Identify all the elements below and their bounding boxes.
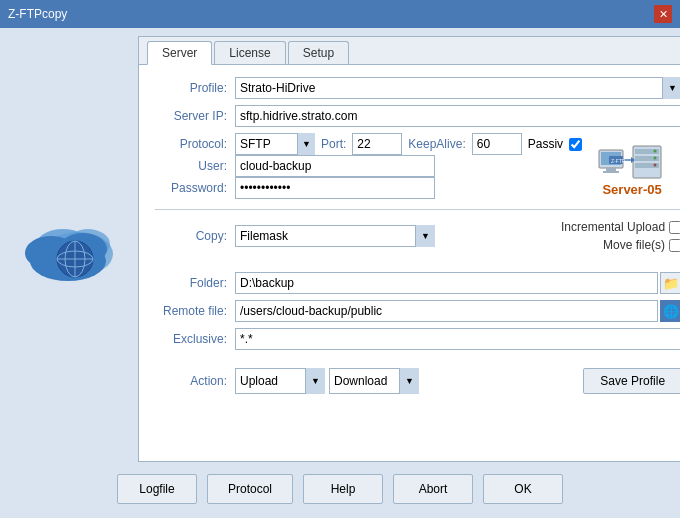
copy-label: Copy: xyxy=(155,229,235,243)
server-icon-area: Z-FTP Server-05 xyxy=(582,133,680,199)
user-row: User: xyxy=(155,155,582,177)
profile-row: Profile: Strato-HiDrive ▼ xyxy=(155,77,680,99)
copy-select[interactable]: Filemask All files xyxy=(235,225,435,247)
folder-row: Folder: 📁 xyxy=(155,272,680,294)
ok-button[interactable]: OK xyxy=(483,474,563,504)
upload-select[interactable]: Upload Download xyxy=(235,368,325,394)
protocol-row: Protocol: SFTP FTP FTPS ▼ xyxy=(155,133,582,155)
protocol-select[interactable]: SFTP FTP FTPS xyxy=(235,133,315,155)
right-options: Incremental Upload Move file(s) xyxy=(561,220,680,252)
exclusive-input[interactable] xyxy=(235,328,680,350)
protocol-button[interactable]: Protocol xyxy=(207,474,293,504)
cloud-icon xyxy=(23,209,123,289)
remote-file-label: Remote file: xyxy=(155,304,235,318)
logfile-button[interactable]: Logfile xyxy=(117,474,197,504)
server-computers-icon: Z-FTP xyxy=(597,142,667,182)
remote-file-row: Remote file: 🌐 xyxy=(155,300,680,322)
tab-license[interactable]: License xyxy=(214,41,285,64)
remote-file-input[interactable] xyxy=(235,300,658,322)
action-controls: Upload Download ▼ Download Upload ▼ xyxy=(235,368,680,394)
password-input[interactable] xyxy=(235,177,435,199)
exclusive-row: Exclusive: xyxy=(155,328,680,350)
protocol-server-row: Protocol: SFTP FTP FTPS ▼ xyxy=(155,133,680,199)
incremental-upload-label: Incremental Upload xyxy=(561,220,665,234)
action-label: Action: xyxy=(155,374,235,388)
port-label: Port: xyxy=(321,137,346,151)
profile-select-wrapper: Strato-HiDrive ▼ xyxy=(235,77,680,99)
server-ip-label: Server IP: xyxy=(155,109,235,123)
password-row: Password: xyxy=(155,177,582,199)
move-files-row: Move file(s) xyxy=(561,238,680,252)
passiv-checkbox[interactable] xyxy=(569,138,582,151)
abort-button[interactable]: Abort xyxy=(393,474,473,504)
tab-server[interactable]: Server xyxy=(147,41,212,65)
folder-browse-button[interactable]: 📁 xyxy=(660,272,680,294)
incremental-upload-checkbox[interactable] xyxy=(669,221,680,234)
profile-select[interactable]: Strato-HiDrive xyxy=(235,77,680,99)
main-area: Server License Setup Profile: Strato-HiD… xyxy=(0,28,680,518)
action-row: Action: Upload Download ▼ Download xyxy=(155,368,680,394)
password-label: Password: xyxy=(155,181,235,195)
protocol-label: Protocol: xyxy=(155,137,235,151)
svg-text:Z-FTP: Z-FTP xyxy=(611,158,626,164)
user-label: User: xyxy=(155,159,235,173)
port-input[interactable] xyxy=(352,133,402,155)
passiv-label: Passiv xyxy=(528,137,563,151)
profile-label: Profile: xyxy=(155,81,235,95)
content-row: Server License Setup Profile: Strato-HiD… xyxy=(8,36,672,462)
folder-input[interactable] xyxy=(235,272,658,294)
keepalive-input[interactable] xyxy=(472,133,522,155)
spacer-2 xyxy=(155,356,680,362)
titlebar: Z-FTPcopy ✕ xyxy=(0,0,680,28)
spacer-1 xyxy=(155,258,680,266)
main-panel: Server License Setup Profile: Strato-HiD… xyxy=(138,36,680,462)
window-title: Z-FTPcopy xyxy=(8,7,67,21)
protocol-fields: Protocol: SFTP FTP FTPS ▼ xyxy=(155,133,582,199)
server-ip-row: Server IP: xyxy=(155,105,680,127)
close-button[interactable]: ✕ xyxy=(654,5,672,23)
remote-file-globe-button[interactable]: 🌐 xyxy=(660,300,680,322)
copy-select-wrapper: Filemask All files ▼ xyxy=(235,225,435,247)
folder-label: Folder: xyxy=(155,276,235,290)
tab-setup[interactable]: Setup xyxy=(288,41,349,64)
save-profile-button[interactable]: Save Profile xyxy=(583,368,680,394)
user-input[interactable] xyxy=(235,155,435,177)
upload-select-wrapper: Upload Download ▼ xyxy=(235,368,325,394)
protocol-select-wrapper: SFTP FTP FTPS ▼ xyxy=(235,133,315,155)
copy-row: Copy: Filemask All files ▼ Incremental U… xyxy=(155,220,680,252)
download-select[interactable]: Download Upload xyxy=(329,368,419,394)
divider-1 xyxy=(155,209,680,210)
svg-point-21 xyxy=(654,163,657,166)
move-files-checkbox[interactable] xyxy=(669,239,680,252)
svg-rect-14 xyxy=(603,171,619,173)
incremental-upload-row: Incremental Upload xyxy=(561,220,680,234)
download-select-wrapper: Download Upload ▼ xyxy=(329,368,419,394)
server-ip-input[interactable] xyxy=(235,105,680,127)
move-files-label: Move file(s) xyxy=(603,238,665,252)
svg-point-19 xyxy=(654,149,657,152)
exclusive-label: Exclusive: xyxy=(155,332,235,346)
protocol-controls: SFTP FTP FTPS ▼ Port: KeepAlive: xyxy=(235,133,582,155)
server-name: Server-05 xyxy=(602,182,661,197)
help-button[interactable]: Help xyxy=(303,474,383,504)
svg-rect-13 xyxy=(606,168,616,171)
tabs-container: Server License Setup xyxy=(139,37,680,65)
sidebar xyxy=(8,36,138,462)
form-content: Profile: Strato-HiDrive ▼ Server IP: xyxy=(139,65,680,461)
svg-point-20 xyxy=(654,156,657,159)
keepalive-label: KeepAlive: xyxy=(408,137,465,151)
bottom-bar: Logfile Protocol Help Abort OK xyxy=(8,468,672,510)
